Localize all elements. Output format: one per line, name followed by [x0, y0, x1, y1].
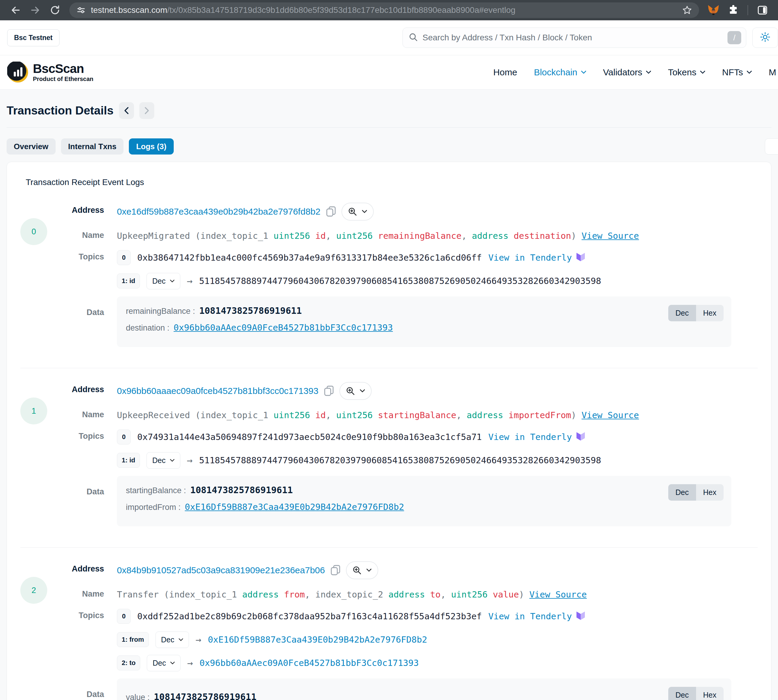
view-in-tenderly-link[interactable]: View in Tenderly	[488, 252, 586, 263]
chevron-down-icon	[170, 280, 175, 283]
topic-hash: 0xb38647142fbb1ea4c000fc4569b37a4e9a9f63…	[137, 253, 482, 263]
data-address-link[interactable]: 0xE16Df59B887e3Caa439E0b29B42bA2e7976FD8…	[185, 502, 404, 512]
chevron-down-icon	[700, 70, 705, 74]
view-source-link[interactable]: View Source	[581, 231, 639, 241]
copy-icon[interactable]	[331, 565, 341, 576]
tenderly-icon	[576, 252, 586, 263]
search-input[interactable]	[422, 33, 723, 42]
topic-row-1: 1: id Dec → 5118545788897447796043067820…	[117, 273, 758, 289]
card-title: Transaction Receipt Event Logs	[26, 178, 758, 187]
tenderly-icon	[576, 432, 586, 442]
topic-value-address[interactable]: 0xE16Df59B887e3Caa439E0b29B42bA2e7976FD8…	[208, 635, 427, 645]
topic-row-1: 1: id Dec → 5118545788897447796043067820…	[117, 452, 758, 469]
metamask-icon[interactable]	[705, 2, 722, 18]
nav-validators[interactable]: Validators	[603, 67, 651, 77]
tabs-row: Overview Internal Txns Logs (3)	[7, 138, 771, 155]
log-address-link[interactable]: 0xe16df59b887e3caa439e0b29b42ba2e7976fd8…	[117, 207, 321, 217]
log-address-link[interactable]: 0x84b9b910527ad5c03a9ca831909e21e236ea7b…	[117, 565, 325, 575]
log-index-badge: 0	[20, 218, 47, 245]
topics-label: Topics	[47, 608, 104, 620]
network-badge[interactable]: Bsc Testnet	[7, 29, 60, 46]
dec-toggle[interactable]: Dec	[668, 305, 696, 321]
forward-icon[interactable]	[27, 2, 43, 18]
dec-toggle[interactable]: Dec	[668, 484, 696, 501]
extensions-puzzle-icon[interactable]	[725, 2, 741, 18]
reload-icon[interactable]	[47, 2, 63, 18]
view-source-link[interactable]: View Source	[581, 410, 639, 420]
address-label: Address	[47, 561, 104, 573]
hex-toggle[interactable]: Hex	[696, 484, 724, 501]
magnifier-plus-icon	[346, 387, 355, 395]
prev-tx-button[interactable]	[119, 102, 134, 119]
event-signature: UpkeepMigrated (index_topic_1 uint256 id…	[117, 228, 758, 242]
view-in-tenderly-link[interactable]: View in Tenderly	[488, 432, 586, 442]
chevron-down-icon	[179, 638, 183, 642]
tools-button-cutoff[interactable]	[765, 138, 778, 155]
log-address-link[interactable]: 0x96bb60aaaec09a0fceb4527b81bbf3cc0c1713…	[117, 386, 319, 396]
log-index-badge: 2	[20, 577, 47, 604]
tab-overview[interactable]: Overview	[7, 138, 56, 155]
url-host: testnet.bscscan.com	[91, 5, 167, 15]
browser-toolbar: testnet.bscscan.com/tx/0x85b3a147518719d…	[0, 0, 778, 20]
hex-toggle[interactable]: Hex	[696, 305, 724, 321]
arrow-right-icon: →	[187, 275, 192, 287]
nav-home[interactable]: Home	[493, 67, 517, 77]
topic-row-0: 0 0xddf252ad1be2c89b69c2b068fc378daa952b…	[117, 608, 758, 625]
chevron-down-icon	[366, 568, 372, 572]
topic-row-1: 1: from Dec → 0xE16Df59B887e3Caa439E0b29…	[117, 631, 758, 648]
data-field-label: remainingBalance :	[126, 307, 195, 316]
data-label: Data	[47, 678, 104, 699]
dec-hex-select[interactable]: Dec	[147, 655, 180, 671]
topic-row-2: 2: to Dec → 0x96bb60aAAec09A0FceB4527b81…	[117, 655, 758, 671]
topic-index-badge: 0	[117, 430, 131, 445]
dec-hex-select[interactable]: Dec	[155, 632, 189, 648]
nav-blockchain[interactable]: Blockchain	[534, 67, 586, 77]
tab-internal-txns[interactable]: Internal Txns	[61, 138, 124, 155]
screen: testnet.bscscan.com/tx/0x85b3a147518719d…	[0, 0, 778, 700]
nav-tokens[interactable]: Tokens	[668, 67, 705, 77]
tenderly-icon	[576, 611, 586, 622]
topics-label: Topics	[47, 428, 104, 441]
hex-toggle[interactable]: Hex	[696, 687, 724, 700]
view-in-tenderly-link[interactable]: View in Tenderly	[488, 611, 586, 622]
tab-logs[interactable]: Logs (3)	[129, 138, 174, 155]
bscscan-logo[interactable]: BscScan Product of Etherscan	[7, 62, 93, 83]
event-log-0: 0 Address 0xe16df59b887e3caa439e0b29b42b…	[20, 203, 758, 354]
zoom-address-button[interactable]	[341, 203, 374, 221]
theme-toggle-button[interactable]	[752, 27, 778, 48]
dec-hex-toggle: Dec Hex	[668, 484, 724, 501]
view-source-link[interactable]: View Source	[529, 589, 587, 600]
next-tx-button[interactable]	[139, 102, 154, 119]
topic-row-0: 0 0xb38647142fbb1ea4c000fc4569b37a4e9a9f…	[117, 249, 758, 266]
url-text: testnet.bscscan.com/tx/0x85b3a147518719d…	[91, 5, 516, 15]
name-label: Name	[47, 407, 104, 419]
zoom-address-button[interactable]	[339, 382, 372, 400]
brand-tagline: Product of Etherscan	[33, 76, 93, 82]
url-bar[interactable]: testnet.bscscan.com/tx/0x85b3a147518719d…	[69, 2, 699, 18]
topics-label: Topics	[47, 249, 104, 262]
data-address-link[interactable]: 0x96bb60aAAec09A0FceB4527b81bbF3Cc0c1713…	[174, 323, 393, 333]
dec-toggle[interactable]: Dec	[668, 687, 696, 700]
data-field-label: importedFrom :	[126, 503, 180, 512]
chevron-down-icon	[170, 459, 175, 462]
copy-icon[interactable]	[326, 206, 336, 217]
topic-value-address[interactable]: 0x96bb60aAAec09A0FceB4527b81bbF3Cc0c1713…	[199, 658, 419, 668]
nav-more-cut[interactable]: M	[769, 67, 776, 77]
copy-icon[interactable]	[324, 385, 334, 397]
top-bar: Bsc Testnet /	[0, 20, 778, 55]
dec-hex-select[interactable]: Dec	[147, 452, 180, 469]
site-settings-icon[interactable]	[77, 6, 85, 15]
main-nav: Home Blockchain Validators Tokens NFTs M	[493, 67, 776, 77]
dec-hex-select[interactable]: Dec	[147, 273, 180, 289]
chevron-down-icon	[360, 389, 365, 393]
url-path: /tx/0x85b3a147518719d3c9b1dd6b80e5f39d53…	[167, 5, 516, 15]
back-icon[interactable]	[7, 2, 24, 18]
data-box: remainingBalance :1081473825786919611 de…	[117, 297, 731, 347]
brand-name: BscScan	[33, 62, 93, 75]
nav-nfts[interactable]: NFTs	[722, 67, 752, 77]
side-panel-icon[interactable]	[754, 2, 771, 18]
search-box[interactable]: /	[402, 27, 746, 48]
dec-hex-toggle: Dec Hex	[668, 305, 724, 321]
bookmark-star-icon[interactable]	[682, 2, 692, 18]
zoom-address-button[interactable]	[346, 561, 378, 579]
